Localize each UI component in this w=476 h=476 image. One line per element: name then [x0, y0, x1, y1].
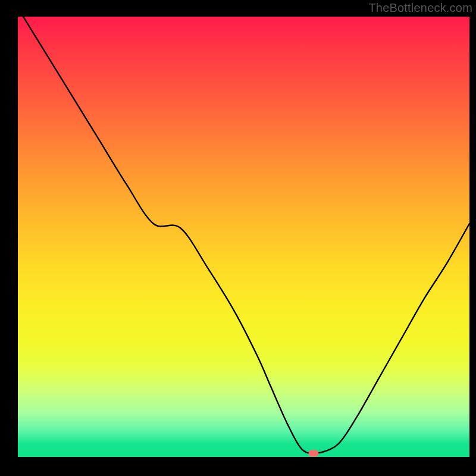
curve-layer	[18, 17, 469, 457]
bottleneck-curve	[18, 17, 469, 453]
optimal-marker	[309, 450, 319, 457]
chart-frame: TheBottleneck.com	[0, 0, 476, 476]
plot-area	[18, 17, 469, 457]
watermark-text: TheBottleneck.com	[368, 1, 472, 15]
